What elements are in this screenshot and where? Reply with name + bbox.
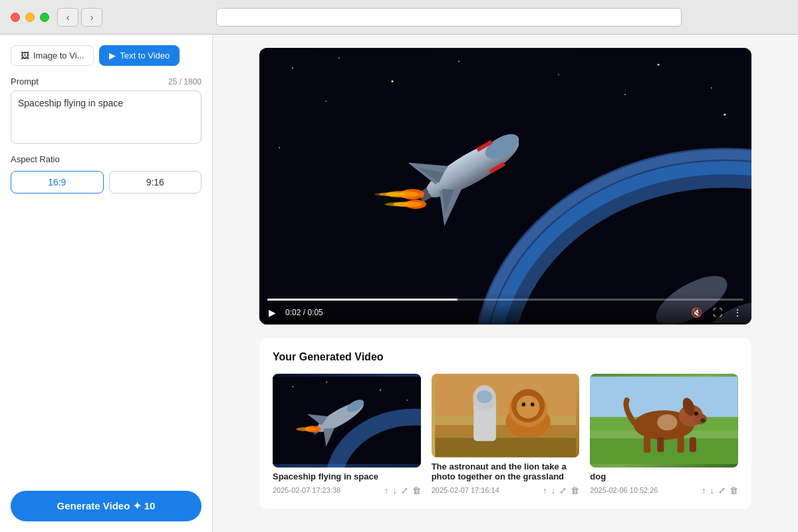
generated-section-title: Your Generated Video	[273, 351, 738, 363]
svg-rect-51	[435, 374, 576, 416]
svg-point-40	[406, 400, 408, 401]
prompt-section: Prompt 25 / 1800 Spaceship flying in spa…	[11, 76, 201, 144]
svg-point-38	[326, 382, 327, 383]
image-icon: 🖼	[21, 51, 29, 61]
video-tab-icon: ▶	[109, 51, 116, 61]
aspect-16-9-button[interactable]: 16:9	[11, 171, 104, 194]
thumbnail-astronaut[interactable]	[432, 374, 580, 457]
main-content: 🖼 Image to Vi... ▶ Text to Video Prompt …	[0, 35, 798, 532]
video-card-2: The astronaut and the lion take a photo …	[432, 374, 580, 495]
svg-point-3	[392, 80, 394, 82]
fullscreen-icon: ⛶	[713, 307, 722, 318]
video-date-1: 2025-02-07 17:23:38	[273, 486, 340, 494]
thumbnail-spaceship[interactable]	[273, 374, 421, 467]
share-icon-3[interactable]: ↑	[702, 485, 706, 495]
fullscreen-button[interactable]: ⛶	[712, 306, 724, 319]
video-player: ▶ 0:02 / 0:05 🔇 ⛶	[259, 48, 751, 325]
video-title-2: The astronaut and the lion take a photo …	[432, 462, 580, 481]
back-button[interactable]: ‹	[57, 8, 78, 27]
title-bar: ‹ ›	[0, 0, 798, 35]
svg-point-63	[531, 403, 535, 407]
progress-fill	[267, 299, 458, 301]
maximize-button[interactable]	[40, 13, 49, 22]
expand-icon-2[interactable]: ⤢	[559, 485, 567, 495]
tab-image-to-video[interactable]: 🖼 Image to Vi...	[11, 45, 94, 66]
controls-right: 🔇 ⛶ ⋮	[690, 306, 743, 319]
video-actions-2: ↑ ↓ ⤢ 🗑	[543, 485, 579, 495]
svg-point-61	[516, 396, 539, 419]
delete-icon-1[interactable]: 🗑	[412, 485, 421, 495]
share-icon-1[interactable]: ↑	[384, 485, 389, 495]
sidebar: 🖼 Image to Vi... ▶ Text to Video Prompt …	[0, 35, 213, 532]
svg-rect-73	[658, 438, 664, 452]
svg-point-77	[700, 418, 706, 422]
nav-buttons: ‹ ›	[57, 8, 102, 27]
expand-icon-3[interactable]: ⤢	[718, 485, 726, 495]
thumbnail-dog[interactable]	[590, 374, 738, 467]
video-meta-2: 2025-02-07 17:16:14 ↑ ↓ ⤢ 🗑	[432, 485, 580, 495]
svg-point-10	[724, 114, 726, 116]
mute-button[interactable]: 🔇	[690, 306, 704, 319]
video-controls: ▶ 0:02 / 0:05 🔇 ⛶	[259, 293, 751, 325]
svg-point-7	[711, 87, 712, 88]
tab-buttons: 🖼 Image to Vi... ▶ Text to Video	[11, 45, 201, 66]
back-icon: ‹	[66, 12, 70, 23]
prompt-count: 25 / 1800	[168, 77, 201, 86]
aspect-ratio-buttons: 16:9 9:16	[11, 171, 201, 194]
forward-icon: ›	[90, 12, 94, 23]
svg-point-6	[658, 64, 660, 66]
download-icon-2[interactable]: ↓	[551, 485, 556, 495]
video-actions-1: ↑ ↓ ⤢ 🗑	[384, 485, 421, 495]
svg-rect-53	[435, 425, 576, 438]
address-bar[interactable]	[216, 8, 682, 27]
video-grid: Spaceship flying in space 2025-02-07 17:…	[273, 374, 738, 495]
prompt-header: Prompt 25 / 1800	[11, 76, 201, 86]
svg-point-2	[338, 57, 340, 59]
svg-point-1	[292, 67, 293, 68]
expand-icon-1[interactable]: ⤢	[401, 485, 408, 495]
share-icon-2[interactable]: ↑	[543, 485, 547, 495]
tab-text-to-video[interactable]: ▶ Text to Video	[99, 45, 180, 66]
controls-left: ▶ 0:02 / 0:05	[267, 306, 323, 319]
svg-point-37	[292, 386, 293, 388]
generate-video-button[interactable]: Generate Video ✦ 10	[11, 491, 201, 521]
svg-rect-74	[678, 436, 684, 453]
content-area: ▶ 0:02 / 0:05 🔇 ⛶	[213, 35, 798, 532]
aspect-9-16-button[interactable]: 9:16	[109, 171, 202, 194]
time-display: 0:02 / 0:05	[285, 308, 323, 317]
svg-point-78	[658, 414, 678, 430]
minimize-button[interactable]	[25, 13, 35, 22]
delete-icon-2[interactable]: 🗑	[571, 485, 579, 495]
svg-point-35	[385, 202, 409, 206]
controls-row: ▶ 0:02 / 0:05 🔇 ⛶	[267, 306, 743, 319]
video-card-1: Spaceship flying in space 2025-02-07 17:…	[273, 374, 421, 495]
svg-point-56	[477, 390, 492, 403]
prompt-textarea[interactable]: Spaceship flying in space	[11, 90, 201, 144]
traffic-lights	[11, 13, 49, 22]
generate-label: Generate Video ✦ 10	[57, 500, 156, 512]
svg-point-4	[458, 61, 460, 62]
download-icon-3[interactable]: ↓	[710, 485, 715, 495]
svg-point-5	[558, 74, 559, 75]
volume-icon: 🔇	[691, 307, 702, 318]
more-options-button[interactable]: ⋮	[732, 306, 743, 319]
aspect-ratio-label: Aspect Ratio	[11, 154, 201, 164]
generated-section: Your Generated Video	[259, 338, 751, 508]
svg-point-11	[279, 147, 280, 148]
aspect-ratio-section: Aspect Ratio 16:9 9:16	[11, 154, 201, 194]
video-background	[259, 48, 751, 325]
svg-point-49	[296, 427, 316, 431]
download-icon-1[interactable]: ↓	[392, 485, 397, 495]
video-date-2: 2025-02-07 17:16:14	[432, 486, 499, 494]
delete-icon-3[interactable]: 🗑	[730, 485, 738, 495]
forward-button[interactable]: ›	[81, 8, 102, 27]
svg-rect-75	[690, 438, 696, 452]
play-pause-button[interactable]: ▶	[267, 306, 277, 319]
progress-bar[interactable]	[267, 299, 743, 301]
svg-point-8	[325, 100, 327, 102]
prompt-label: Prompt	[11, 76, 39, 86]
close-button[interactable]	[11, 13, 20, 22]
svg-point-62	[521, 403, 525, 407]
video-title-3: dog	[590, 471, 738, 481]
video-meta-3: 2025-02-06 10:52:26 ↑ ↓ ⤢ 🗑	[590, 485, 738, 495]
